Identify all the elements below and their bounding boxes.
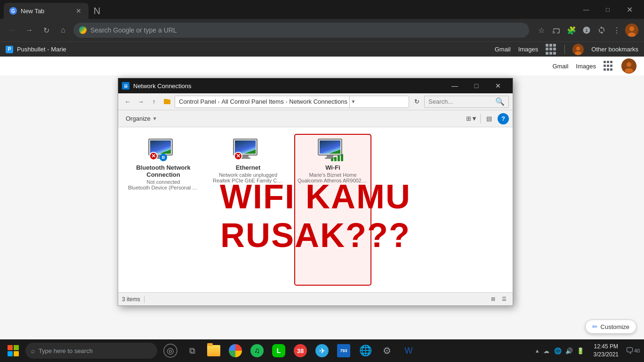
bookmarks-bar: P Pushbullet - Marie Gmail Images Other … <box>0 41 644 57</box>
tray-expand-button[interactable]: ▲ <box>535 348 540 354</box>
bookmark-star-icon[interactable]: ☆ <box>535 24 548 37</box>
breadcrumb-control-panel[interactable]: Control Panel <box>179 98 216 105</box>
tab-bar: G New Tab ✕ N — □ ✕ <box>0 0 644 19</box>
file-explorer-icon <box>207 345 220 356</box>
error-badge: ✕ <box>149 152 158 160</box>
taskbar-line-button[interactable]: L <box>268 340 289 361</box>
close-button[interactable]: ✕ <box>619 3 640 16</box>
taskbar-spotify-button[interactable]: ♫ <box>247 340 267 361</box>
settings-icon: ⚙ <box>383 345 391 356</box>
preview-pane-button[interactable]: ▤ <box>483 112 496 125</box>
tray-volume-icon[interactable]: 🔊 <box>564 346 574 355</box>
taskbar-ie-button[interactable]: 🌐 <box>355 340 376 361</box>
view-icons: ⊞▼ ▤ <box>465 112 496 125</box>
explorer-back-button[interactable]: ← <box>122 96 133 107</box>
images-link[interactable]: Images <box>518 46 539 53</box>
apps-icon[interactable] <box>546 44 557 55</box>
ethernet-item-name: Ethernet <box>236 164 261 171</box>
ethernet-item-icon: ✕ <box>233 139 263 161</box>
taskbar-chrome-button[interactable] <box>225 340 246 361</box>
explorer-refresh-button[interactable]: ↻ <box>411 96 422 107</box>
view-separator <box>480 114 481 123</box>
taskbar-settings-button[interactable]: ⚙ <box>377 340 397 361</box>
page-user-circle[interactable] <box>621 58 636 74</box>
taskbar-cortana-button[interactable]: ◎ <box>160 340 181 361</box>
taskbar-telegram-button[interactable]: ✈ <box>312 340 332 361</box>
statusbar-details-btn[interactable]: ☰ <box>499 295 509 304</box>
taskbar-task-view-button[interactable]: ⧉ <box>182 340 202 361</box>
taskbar-file-explorer-button[interactable] <box>203 340 224 361</box>
forward-button[interactable]: → <box>23 24 36 37</box>
dialog-minimize-button[interactable]: — <box>444 78 466 93</box>
help-button[interactable]: ? <box>498 113 509 124</box>
statusbar-large-icons-btn[interactable]: ⊞ <box>488 295 498 304</box>
profile-avatar-small[interactable] <box>572 44 584 55</box>
view-toggle-button[interactable]: ⊞▼ <box>465 112 478 125</box>
tray-network-icon[interactable]: 🌐 <box>553 346 563 355</box>
pushbullet-bookmark[interactable]: Pushbullet - Marie <box>17 46 66 53</box>
svg-point-5 <box>575 51 581 55</box>
start-button[interactable] <box>2 339 24 362</box>
items-count: 3 items <box>122 296 140 303</box>
clock[interactable]: 12:45 PM 3/23/2021 <box>590 343 622 359</box>
address-input[interactable]: Search Google or type a URL <box>73 23 529 38</box>
explorer-up-button[interactable]: ↑ <box>148 96 160 107</box>
user-profile-icon[interactable] <box>580 24 593 37</box>
breadcrumb-network[interactable]: Network Connections <box>289 98 347 105</box>
breadcrumb-dropdown[interactable]: ▼ <box>349 96 357 108</box>
network-items-area: ✕ B Bluetooth Network Connection Not con… <box>118 127 513 292</box>
home-button[interactable]: ⌂ <box>56 24 70 37</box>
explorer-search-input[interactable] <box>428 98 493 105</box>
notification-button[interactable]: 🗨 40 <box>623 339 642 362</box>
back-button[interactable]: ← <box>6 24 19 37</box>
new-tab-button[interactable]: N <box>90 4 104 17</box>
active-tab[interactable]: G New Tab ✕ <box>4 3 89 19</box>
taskbar-office-button[interactable]: W <box>398 340 419 361</box>
divider <box>564 45 565 54</box>
media-router-icon[interactable] <box>550 24 563 37</box>
page-images-link[interactable]: Images <box>576 63 596 70</box>
menu-icon[interactable]: ⋮ <box>610 24 623 37</box>
user-avatar[interactable] <box>625 24 638 37</box>
dialog-close-button[interactable]: ✕ <box>487 78 509 93</box>
dialog-maximize-button[interactable]: □ <box>466 78 487 93</box>
main-content: Gmail Images 🖥 Network Connections <box>0 57 644 362</box>
chrome-icon <box>229 344 242 357</box>
maximize-button[interactable]: □ <box>597 3 619 16</box>
taskbar-badge-app-button[interactable]: 38 <box>290 340 311 361</box>
sync-icon[interactable] <box>595 24 608 37</box>
office-icon: W <box>405 346 413 356</box>
minimize-button[interactable]: — <box>575 3 597 16</box>
refresh-button[interactable]: ↻ <box>40 24 53 37</box>
gmail-link[interactable]: Gmail <box>495 46 511 53</box>
bluetooth-item-name: Bluetooth Network Connection <box>129 164 197 178</box>
big-red-text: WIFI KAMU RUSAK??? <box>142 177 489 255</box>
taskbar-search[interactable]: ⌕ Type here to search <box>25 343 157 359</box>
dialog-title-bar: 🖥 Network Connections — □ ✕ <box>118 78 513 93</box>
page-top-bar: Gmail Images <box>0 57 644 75</box>
breadcrumb-all-items[interactable]: All Control Panel Items <box>221 98 283 105</box>
dialog-icon: 🖥 <box>122 82 129 90</box>
organize-button[interactable]: Organize ▼ <box>122 113 161 124</box>
tab-close-button[interactable]: ✕ <box>74 7 83 15</box>
dialog-title: Network Connections <box>133 82 440 90</box>
badge-app-icon: 38 <box>294 344 307 357</box>
explorer-search[interactable]: 🔍 <box>424 96 509 108</box>
explorer-forward-button[interactable]: → <box>135 96 146 107</box>
tray-battery-icon[interactable]: 🔋 <box>576 346 585 355</box>
tab-title: New Tab <box>21 8 71 15</box>
page-gmail-link[interactable]: Gmail <box>552 63 568 70</box>
bookmarks-right: Gmail Images Other bookmarks <box>495 44 638 55</box>
customize-button[interactable]: ✏ Customize <box>585 320 636 334</box>
pushbullet-favicon: P <box>6 46 13 53</box>
windows-logo-icon <box>8 345 19 356</box>
chrome-extensions-icon[interactable]: 🧩 <box>565 24 578 37</box>
taskbar-app-793-button[interactable]: 793 <box>333 340 354 361</box>
page-apps-icon[interactable] <box>604 61 614 71</box>
ie-icon: 🌐 <box>359 345 372 357</box>
explorer-statusbar: 3 items ⊞ ☰ <box>118 292 513 305</box>
svg-rect-10 <box>164 99 168 100</box>
tray-onedrive-icon[interactable]: ☁ <box>542 346 551 355</box>
other-bookmarks[interactable]: Other bookmarks <box>591 46 638 53</box>
clock-date: 3/23/2021 <box>594 351 619 359</box>
